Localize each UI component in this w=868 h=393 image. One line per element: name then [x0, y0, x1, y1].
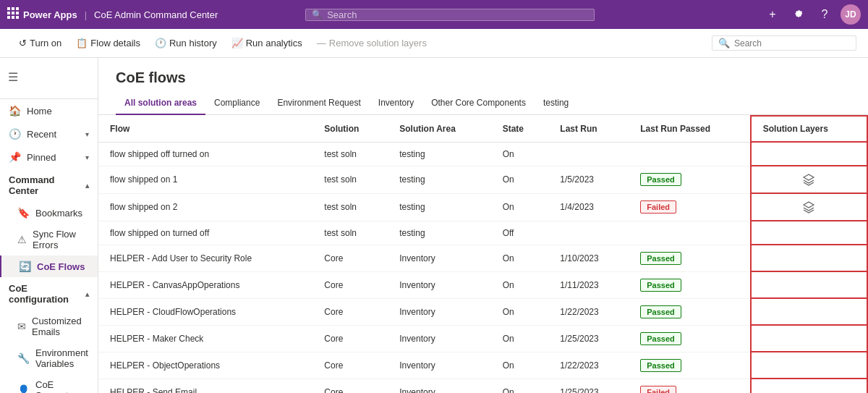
- command-center-section[interactable]: Command Center ▴: [0, 169, 98, 202]
- svg-rect-4: [12, 12, 14, 14]
- global-search-input[interactable]: [327, 9, 588, 20]
- status-badge: Failed: [640, 200, 676, 214]
- cell-flow: HELPER - CanvasAppOperations: [98, 271, 312, 298]
- table-row[interactable]: HELPER - CloudFlowOperations Core Invent…: [98, 298, 867, 325]
- cell-flow: HELPER - Add User to Security Role: [98, 245, 312, 271]
- app-name: Power Apps: [23, 9, 77, 20]
- flow-details-button[interactable]: 📋 Flow details: [69, 35, 148, 51]
- content-area: CoE flows All solution areas Compliance …: [98, 58, 868, 393]
- coe-configuration-label: CoE configuration: [9, 283, 80, 305]
- cell-solution-area: testing: [388, 142, 490, 166]
- run-analytics-label: Run analytics: [246, 38, 302, 48]
- table-row[interactable]: HELPER - Add User to Security Role Core …: [98, 245, 867, 271]
- search-icon: 🔍: [312, 9, 323, 20]
- sidebar-item-pinned[interactable]: 📌 Pinned ▾: [0, 145, 98, 169]
- home-icon: 🏠: [9, 105, 21, 117]
- cell-flow: flow shipped on turned off: [98, 221, 312, 245]
- table-container: Flow Solution Solution Area State Last R…: [98, 115, 868, 393]
- sidebar-item-environment-variables[interactable]: 🔧 Environment Variables: [0, 342, 98, 374]
- turn-on-button[interactable]: ↺ Turn on: [12, 35, 69, 51]
- table-row[interactable]: HELPER - CanvasAppOperations Core Invent…: [98, 271, 867, 298]
- global-search-bar[interactable]: 🔍: [305, 9, 595, 21]
- table-search-bar[interactable]: 🔍: [712, 35, 856, 51]
- table-row[interactable]: flow shipped on 1 test soln testing On 1…: [98, 166, 867, 193]
- pinned-chevron: ▾: [85, 153, 89, 161]
- svg-rect-6: [7, 16, 10, 19]
- cell-last-run-passed: Passed: [629, 352, 751, 379]
- command-center-label: Command Center: [9, 174, 80, 196]
- command-center-chevron: ▴: [85, 182, 89, 190]
- cell-flow: HELPER - Maker Check: [98, 325, 312, 352]
- status-badge: Passed: [640, 332, 681, 345]
- cell-state: On: [491, 142, 549, 166]
- sidebar-item-sync-flow-errors[interactable]: ⚠ Sync Flow Errors: [0, 224, 98, 255]
- table-row[interactable]: flow shipped on turned off test soln tes…: [98, 221, 867, 245]
- sidebar-item-bookmarks[interactable]: 🔖 Bookmarks: [0, 202, 98, 224]
- tab-other-core-components[interactable]: Other Core Components: [422, 92, 535, 115]
- environment-variables-icon: 🔧: [17, 352, 30, 364]
- tab-compliance[interactable]: Compliance: [205, 92, 268, 115]
- table-row[interactable]: flow shipped on 2 test soln testing On 1…: [98, 193, 867, 221]
- cell-last-run: [548, 142, 629, 166]
- cell-last-run: 1/4/2023: [548, 193, 629, 221]
- cell-solution-layers: [751, 221, 867, 245]
- svg-rect-0: [7, 7, 10, 10]
- avatar[interactable]: JD: [841, 4, 861, 25]
- sidebar-item-coe-flows[interactable]: 🔄 CoE Flows: [0, 255, 98, 277]
- col-header-solution-layers: Solution Layers: [751, 116, 867, 142]
- cell-last-run-passed: Passed: [629, 298, 751, 325]
- coe-configuration-section[interactable]: CoE configuration ▴: [0, 277, 98, 310]
- cell-flow: flow shipped off turned on: [98, 142, 312, 166]
- table-row[interactable]: HELPER - Send Email Core Inventory On 1/…: [98, 379, 867, 393]
- cell-solution: test soln: [312, 142, 388, 166]
- sidebar-item-recent[interactable]: 🕐 Recent ▾: [0, 122, 98, 145]
- cell-solution: test soln: [312, 221, 388, 245]
- col-header-last-run: Last Run: [548, 116, 629, 142]
- run-analytics-button[interactable]: 📈 Run analytics: [224, 35, 310, 51]
- cell-solution: Core: [312, 379, 388, 393]
- status-badge: Passed: [640, 305, 681, 318]
- table-row[interactable]: HELPER - ObjectOperations Core Inventory…: [98, 352, 867, 379]
- table-row[interactable]: flow shipped off turned on test soln tes…: [98, 142, 867, 166]
- table-row[interactable]: HELPER - Maker Check Core Inventory On 1…: [98, 325, 867, 352]
- status-badge: Passed: [640, 279, 681, 292]
- col-header-last-run-passed: Last Run Passed: [629, 116, 751, 142]
- customized-emails-icon: ✉: [17, 321, 26, 332]
- tab-environment-request[interactable]: Environment Request: [268, 92, 369, 115]
- cell-last-run-passed: [629, 221, 751, 245]
- cell-state: On: [491, 298, 549, 325]
- tab-all-solution-areas[interactable]: All solution areas: [116, 92, 205, 115]
- recent-chevron: ▾: [85, 130, 89, 138]
- coe-flows-icon: 🔄: [19, 261, 31, 272]
- cell-solution: Core: [312, 352, 388, 379]
- sidebar-item-coe-support[interactable]: 👤 CoE Support: [0, 374, 98, 393]
- remove-solution-layers-button[interactable]: — Remove solution layers: [310, 35, 434, 51]
- settings-button[interactable]: [788, 4, 809, 25]
- add-button[interactable]: +: [762, 4, 783, 25]
- cell-last-run-passed: [629, 142, 751, 166]
- cell-solution: Core: [312, 298, 388, 325]
- flow-details-icon: 📋: [76, 38, 88, 48]
- cell-last-run: [548, 221, 629, 245]
- cell-solution-area: Inventory: [388, 245, 490, 271]
- help-button[interactable]: ?: [814, 4, 835, 25]
- environment-variables-label: Environment Variables: [35, 347, 89, 369]
- cell-last-run-passed: Passed: [629, 245, 751, 271]
- cell-state: On: [491, 193, 549, 221]
- cell-solution-area: Inventory: [388, 325, 490, 352]
- pinned-icon: 📌: [9, 151, 21, 163]
- sidebar-item-home[interactable]: 🏠 Home: [0, 99, 98, 122]
- sidebar-item-customized-emails[interactable]: ✉ Customized Emails: [0, 310, 98, 342]
- cell-last-run: 1/22/2023: [548, 298, 629, 325]
- cell-last-run: 1/10/2023: [548, 245, 629, 271]
- coe-support-icon: 👤: [17, 384, 30, 393]
- table-search-input[interactable]: [734, 38, 850, 48]
- customized-emails-label: Customized Emails: [32, 316, 89, 337]
- tab-testing[interactable]: testing: [535, 92, 577, 115]
- tab-inventory[interactable]: Inventory: [370, 92, 422, 115]
- table-search-icon: 🔍: [718, 38, 730, 48]
- bookmarks-label: Bookmarks: [35, 208, 82, 219]
- menu-icon[interactable]: ☰: [0, 64, 26, 90]
- run-history-button[interactable]: 🕐 Run history: [148, 35, 224, 51]
- cell-solution-layers: [751, 298, 867, 325]
